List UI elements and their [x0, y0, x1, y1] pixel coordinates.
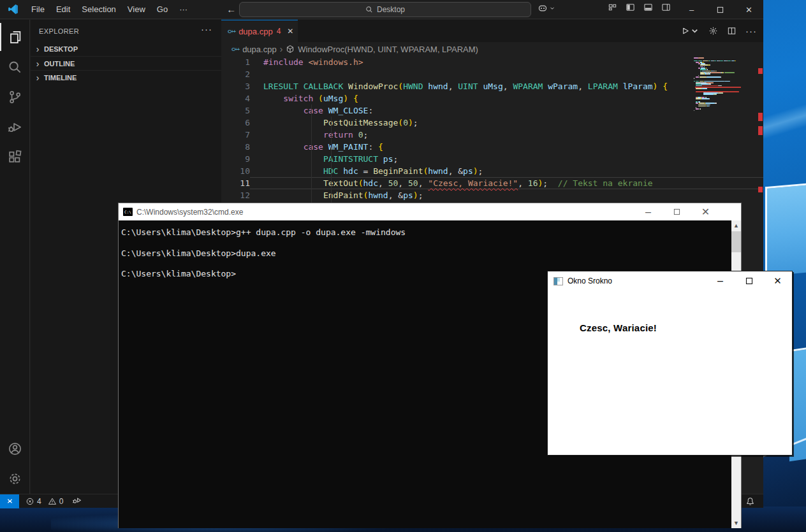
cmd-close-button[interactable]: ✕ [691, 203, 720, 220]
menu-item-edit[interactable]: Edit [50, 3, 76, 17]
menu-item-selection[interactable]: Selection [76, 3, 121, 17]
notifications-bell-icon[interactable] [745, 496, 755, 508]
cmd-icon: C:\ [123, 208, 133, 216]
code-text: HDC hdc = BeginPaint(hwnd, &ps); [250, 165, 763, 177]
app-close-button[interactable]: ✕ [763, 271, 792, 291]
activity-extensions-icon[interactable] [0, 143, 30, 171]
activity-account-icon[interactable] [0, 435, 30, 463]
window-minimize-button[interactable]: – [677, 0, 706, 19]
section-label: TIMELINE [44, 74, 77, 82]
window-close-button[interactable]: ✕ [735, 0, 763, 19]
scroll-down-icon[interactable]: ▼ [731, 518, 741, 528]
cmd-maximize-button[interactable] [663, 203, 691, 220]
cmd-output-line: C:\Users\klima\Desktop>dupa.exe [121, 248, 732, 259]
breadcrumb-separator: › [280, 44, 283, 54]
code-line-6[interactable]: 6 PostQuitMessage(0); [221, 117, 763, 129]
chevron-down-icon [549, 5, 555, 11]
code-line-8[interactable]: 8 case WM_PAINT: { [221, 141, 763, 153]
menu-item-moremoremore[interactable]: ··· [173, 3, 193, 17]
scroll-up-icon[interactable]: ▲ [731, 220, 741, 231]
cmd-minimize-button[interactable]: – [634, 203, 663, 220]
cmd-scrollbar-thumb[interactable] [731, 231, 741, 252]
run-button[interactable] [680, 26, 700, 36]
debug-status-icon[interactable] [72, 496, 82, 507]
tab-dupa-cpp[interactable]: C++ dupa.cpp 4 ✕ [221, 20, 298, 42]
code-text: case WM_PAINT: { [250, 141, 763, 153]
toggle-panel-icon[interactable] [643, 3, 653, 12]
desktop-screen: FileEditSelectionViewGo··· ← → Desktop [0, 0, 806, 532]
section-label: DESKTOP [44, 45, 78, 53]
warning-icon [48, 497, 57, 506]
minimap-line [694, 110, 755, 111]
more-actions-icon[interactable]: ··· [745, 25, 757, 36]
indent-guide [311, 104, 312, 203]
command-center-search[interactable]: Desktop [239, 2, 531, 17]
menu-item-go[interactable]: Go [151, 3, 173, 17]
line-number: 11 [221, 177, 250, 189]
sidebar-more-actions[interactable]: ··· [201, 24, 212, 34]
code-line-7[interactable]: 7 return 0; [221, 129, 763, 141]
activity-source-control-icon[interactable] [0, 83, 30, 111]
app-titlebar[interactable]: Okno Srokno – ✕ [548, 271, 792, 291]
tab-problem-badge: 4 [277, 27, 281, 36]
tab-close-icon[interactable]: ✕ [287, 27, 293, 36]
error-icon [26, 497, 34, 506]
line-number: 1 [221, 56, 250, 68]
line-number: 4 [221, 92, 250, 104]
breadcrumb-file[interactable]: dupa.cpp [242, 45, 277, 54]
code-line-11[interactable]: 11 TextOut(hdc, 50, 50, "Czesc, Wariacie… [221, 177, 763, 189]
problems-status[interactable]: 4 0 [26, 497, 63, 506]
code-line-10[interactable]: 10 HDC hdc = BeginPaint(hwnd, &ps); [221, 165, 763, 177]
code-text: TextOut(hdc, 50, 50, "Czesc, Wariacie!",… [250, 177, 763, 189]
code-line-2[interactable]: 2 [221, 68, 763, 80]
sidebar-section-desktop[interactable]: ›DESKTOP [31, 42, 221, 56]
cpp-file-icon: C++ [228, 29, 235, 34]
code-line-4[interactable]: 4 switch (uMsg) { [221, 92, 763, 104]
split-editor-icon[interactable] [727, 26, 736, 36]
code-line-9[interactable]: 9 PAINTSTRUCT ps; [221, 153, 763, 165]
copilot-menu[interactable] [538, 3, 555, 13]
toggle-secondary-sidebar-icon[interactable] [661, 3, 671, 12]
cmd-titlebar[interactable]: C:\ C:\Windows\system32\cmd.exe – ✕ [119, 203, 741, 220]
warning-count: 0 [59, 497, 64, 506]
cmd-output-line [121, 238, 732, 248]
breadcrumb-symbol[interactable]: WindowProc(HWND, UINT, WPARAM, LPARAM) [298, 45, 478, 54]
gear-icon[interactable] [708, 26, 718, 36]
window-maximize-button[interactable] [706, 0, 735, 19]
code-line-1[interactable]: 1#include <windows.h> [221, 56, 763, 68]
line-number: 6 [221, 117, 250, 129]
app-window-text: Czesc, Wariacie! [580, 322, 657, 333]
activity-explorer-icon[interactable] [0, 23, 30, 51]
code-text: PAINTSTRUCT ps; [250, 153, 763, 165]
code-text: LRESULT CALLBACK WindowProc(HWND hwnd, U… [250, 80, 763, 92]
code-line-12[interactable]: 12 EndPaint(hwnd, &ps); [221, 189, 763, 201]
okno-srokno-window: Okno Srokno – ✕ Czesc, Wariacie! [547, 271, 793, 456]
activity-run-debug-icon[interactable] [0, 113, 30, 141]
code-line-3[interactable]: 3LRESULT CALLBACK WindowProc(HWND hwnd, … [221, 80, 763, 92]
sidebar-sections: ›DESKTOP›OUTLINE›TIMELINE [31, 42, 221, 84]
code-text: case WM_CLOSE: [250, 104, 763, 117]
app-icon [553, 277, 563, 285]
minimap[interactable] [694, 57, 755, 111]
vscode-titlebar[interactable]: FileEditSelectionViewGo··· ← → Desktop [0, 0, 763, 19]
menu-item-file[interactable]: File [26, 3, 50, 17]
activity-settings-icon[interactable] [0, 464, 30, 492]
activity-search-icon[interactable] [0, 53, 30, 81]
error-mark [758, 187, 763, 192]
code-line-5[interactable]: 5 case WM_CLOSE: [221, 104, 763, 117]
toggle-primary-sidebar-icon[interactable] [626, 3, 635, 12]
customize-layout-icon[interactable] [608, 3, 617, 12]
menu-bar: FileEditSelectionViewGo··· [26, 3, 193, 17]
sidebar-section-outline[interactable]: ›OUTLINE [31, 56, 221, 70]
cmd-output-line: C:\Users\klima\Desktop>g++ dupa.cpp -o d… [121, 227, 732, 238]
line-number: 7 [221, 129, 250, 141]
cmd-output-line [121, 259, 732, 269]
app-maximize-button[interactable] [735, 271, 763, 291]
remote-indicator[interactable] [0, 494, 19, 508]
app-minimize-button[interactable]: – [706, 271, 735, 291]
menu-item-view[interactable]: View [122, 3, 151, 17]
code-text: #include <windows.h> [250, 56, 763, 68]
sidebar-section-timeline[interactable]: ›TIMELINE [31, 70, 221, 84]
nav-back-icon[interactable]: ← [226, 4, 236, 15]
editor-tab-bar: C++ dupa.cpp 4 ✕ ··· [221, 20, 763, 42]
